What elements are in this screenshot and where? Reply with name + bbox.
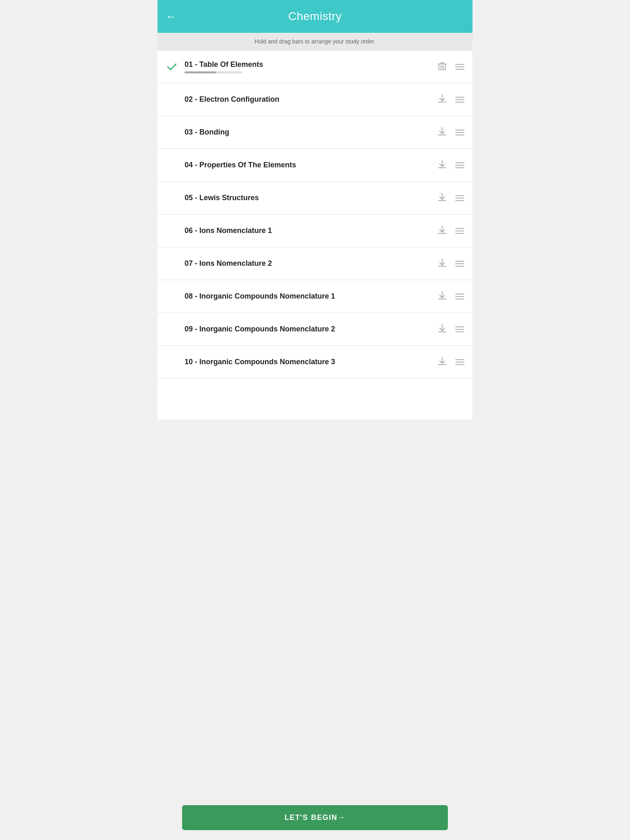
list-item[interactable]: 10 - Inorganic Compounds Nomenclature 3 — [158, 346, 472, 379]
drag-line — [455, 64, 464, 65]
drag-line — [455, 261, 464, 262]
item-title-wrap: 01 - Table Of Elements — [185, 60, 263, 73]
item-title: 01 - Table Of Elements — [185, 60, 263, 69]
list-item[interactable]: 05 - Lewis Structures — [158, 182, 472, 215]
checkmark-icon — [166, 61, 178, 73]
drag-line — [455, 263, 464, 264]
drag-line — [455, 66, 464, 67]
list-item-left: 07 - Ions Nomenclature 2 — [166, 259, 436, 268]
drag-line — [455, 97, 464, 98]
item-title-wrap: 09 - Inorganic Compounds Nomenclature 2 — [185, 325, 335, 333]
list-item-right — [436, 159, 464, 172]
list-item-left: 02 - Electron Configuration — [166, 95, 436, 104]
drag-handle-icon[interactable] — [455, 261, 464, 267]
drag-line — [455, 362, 464, 363]
begin-button-wrap: LET'S BEGIN→ — [158, 799, 472, 840]
drag-handle-icon[interactable] — [455, 228, 464, 234]
drag-handle-icon[interactable] — [455, 195, 464, 201]
list-item-right — [436, 224, 464, 237]
list-item-left: 10 - Inorganic Compounds Nomenclature 3 — [166, 358, 436, 366]
drag-handle-icon[interactable] — [455, 326, 464, 332]
drag-line — [455, 165, 464, 166]
list-item[interactable]: 02 - Electron Configuration — [158, 83, 472, 116]
download-icon[interactable] — [436, 290, 448, 303]
drag-line — [455, 102, 464, 103]
list-item-right — [436, 356, 464, 369]
list-item[interactable]: 04 - Properties Of The Elements — [158, 149, 472, 182]
list-item[interactable]: 08 - Inorganic Compounds Nomenclature 1 — [158, 280, 472, 313]
drag-line — [455, 266, 464, 267]
list-container: 01 - Table Of Elements 02 - Electron Con… — [158, 50, 472, 420]
list-item-left: 01 - Table Of Elements — [166, 60, 436, 73]
drag-line — [455, 331, 464, 332]
list-item[interactable]: 03 - Bonding — [158, 116, 472, 149]
delete-icon[interactable] — [436, 60, 448, 73]
drag-line — [455, 228, 464, 229]
drag-line — [455, 326, 464, 327]
drag-handle-icon[interactable] — [455, 162, 464, 168]
drag-handle-icon[interactable] — [455, 294, 464, 299]
list-item-right — [436, 192, 464, 205]
drag-line — [455, 130, 464, 130]
download-icon[interactable] — [436, 224, 448, 237]
list-item[interactable]: 09 - Inorganic Compounds Nomenclature 2 — [158, 313, 472, 346]
list-item-left: 05 - Lewis Structures — [166, 194, 436, 202]
drag-line — [455, 364, 464, 365]
download-icon[interactable] — [436, 159, 448, 172]
list-item-right — [436, 60, 464, 73]
drag-line — [455, 329, 464, 330]
page-title: Chemistry — [288, 10, 342, 23]
begin-button[interactable]: LET'S BEGIN→ — [182, 805, 448, 830]
drag-handle-icon[interactable] — [455, 97, 464, 103]
list-item-right — [436, 93, 464, 106]
item-title: 03 - Bonding — [185, 128, 229, 137]
item-title: 04 - Properties Of The Elements — [185, 161, 296, 169]
drag-handle-icon[interactable] — [455, 64, 464, 70]
list-item-left: 08 - Inorganic Compounds Nomenclature 1 — [166, 292, 436, 301]
list-item-right — [436, 257, 464, 270]
download-icon[interactable] — [436, 126, 448, 139]
download-icon[interactable] — [436, 93, 448, 106]
drag-handle-icon[interactable] — [455, 359, 464, 365]
progress-bar-bg — [185, 71, 242, 73]
download-icon[interactable] — [436, 257, 448, 270]
subtitle-bar: Hold and drag bars to arrange your study… — [158, 33, 472, 50]
download-icon[interactable] — [436, 356, 448, 369]
item-title-wrap: 05 - Lewis Structures — [185, 194, 259, 202]
download-icon[interactable] — [436, 323, 448, 336]
list-item[interactable]: 07 - Ions Nomenclature 2 — [158, 247, 472, 280]
download-icon[interactable] — [436, 192, 448, 205]
item-title-wrap: 10 - Inorganic Compounds Nomenclature 3 — [185, 358, 335, 366]
drag-line — [455, 167, 464, 168]
item-title: 05 - Lewis Structures — [185, 194, 259, 202]
drag-line — [455, 198, 464, 199]
drag-handle-icon[interactable] — [455, 130, 464, 135]
list-item[interactable]: 01 - Table Of Elements — [158, 50, 472, 83]
item-title-wrap: 02 - Electron Configuration — [185, 95, 279, 104]
drag-line — [455, 200, 464, 201]
item-title: 08 - Inorganic Compounds Nomenclature 1 — [185, 292, 335, 301]
list-item-left: 03 - Bonding — [166, 128, 436, 137]
item-title-wrap: 04 - Properties Of The Elements — [185, 161, 296, 169]
drag-line — [455, 162, 464, 163]
drag-line — [455, 135, 464, 135]
item-title: 07 - Ions Nomenclature 2 — [185, 259, 272, 268]
list-item-right — [436, 323, 464, 336]
drag-line — [455, 69, 464, 70]
progress-bar-fill — [185, 71, 216, 73]
item-title: 06 - Ions Nomenclature 1 — [185, 226, 272, 235]
item-title: 02 - Electron Configuration — [185, 95, 279, 104]
list-item[interactable]: 06 - Ions Nomenclature 1 — [158, 215, 472, 247]
back-button[interactable]: ← — [166, 10, 176, 23]
list-item-left: 09 - Inorganic Compounds Nomenclature 2 — [166, 325, 436, 333]
drag-line — [455, 296, 464, 297]
list-item-left: 06 - Ions Nomenclature 1 — [166, 226, 436, 235]
drag-line — [455, 195, 464, 196]
header: ← Chemistry — [158, 0, 472, 33]
list-item-right — [436, 126, 464, 139]
item-title-wrap: 08 - Inorganic Compounds Nomenclature 1 — [185, 292, 335, 301]
drag-line — [455, 299, 464, 299]
drag-line — [455, 294, 464, 294]
item-title-wrap: 03 - Bonding — [185, 128, 229, 137]
list-item-left: 04 - Properties Of The Elements — [166, 161, 436, 169]
